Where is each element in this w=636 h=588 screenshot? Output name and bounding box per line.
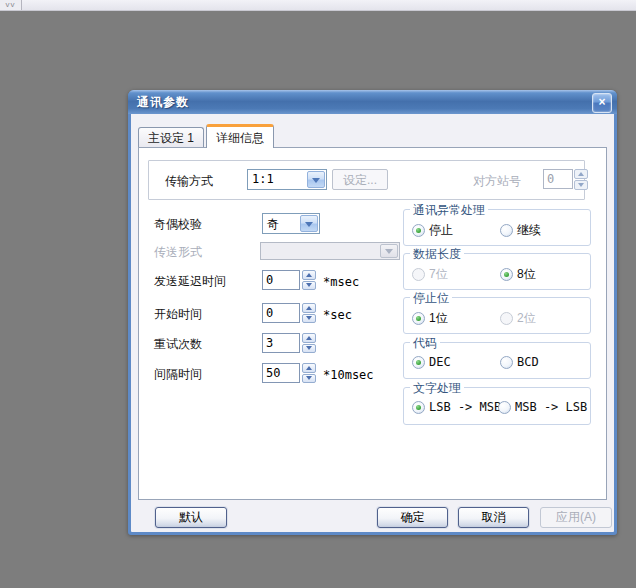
radio-icon[interactable] <box>412 312 425 325</box>
code-legend: 代码 <box>410 335 440 352</box>
transfer-format-combo <box>260 242 400 260</box>
apply-button: 应用(A) <box>540 507 612 528</box>
spin-down-icon <box>574 180 588 190</box>
spin-down-icon[interactable] <box>302 281 316 291</box>
spin-up-icon <box>574 169 588 179</box>
radio-icon[interactable] <box>500 356 513 369</box>
comm-exception-legend: 通讯异常处理 <box>410 202 488 219</box>
stop-bits-legend: 停止位 <box>410 290 452 307</box>
communication-parameters-dialog: 通讯参数 × 主设定 1 详细信息 传输方式 1:1 设定... 对方站号 <box>128 90 617 535</box>
radio-icon[interactable] <box>412 356 425 369</box>
radio-lsb-msb[interactable]: LSB -> MSB <box>412 400 501 414</box>
radio-continue[interactable]: 继续 <box>500 222 541 239</box>
radio-icon[interactable] <box>500 268 513 281</box>
interval-time-input[interactable] <box>262 363 300 383</box>
spin-down-icon[interactable] <box>302 374 316 384</box>
dialog-body: 主设定 1 详细信息 传输方式 1:1 设定... 对方站号 奇偶校验 <box>131 114 614 532</box>
radio-7bit: 7位 <box>412 266 448 283</box>
start-time-label: 开始时间 <box>154 306 202 323</box>
station-number-spinner <box>574 169 588 190</box>
text-processing-group: 文字处理 LSB -> MSB MSB -> LSB <box>403 387 591 425</box>
dialog-title: 通讯参数 <box>128 94 189 111</box>
spin-down-icon[interactable] <box>302 314 316 324</box>
spin-down-icon[interactable] <box>302 344 316 354</box>
interval-time-spinner[interactable] <box>302 363 316 383</box>
data-length-group: 数据长度 7位 8位 <box>403 253 591 290</box>
radio-2bit: 2位 <box>500 310 536 327</box>
tab-bar: 主设定 1 详细信息 <box>138 123 274 147</box>
code-group: 代码 DEC BCD <box>403 342 591 379</box>
radio-icon[interactable] <box>412 224 425 237</box>
station-number-label: 对方站号 <box>473 173 521 190</box>
chevron-down-icon <box>380 244 398 258</box>
grip-icon: vv <box>6 0 16 9</box>
radio-icon[interactable] <box>500 224 513 237</box>
send-delay-spinner[interactable] <box>302 270 316 290</box>
retry-count-input[interactable] <box>262 333 300 353</box>
transmission-mode-label: 传输方式 <box>165 173 213 190</box>
chevron-down-icon[interactable] <box>307 171 325 188</box>
close-button[interactable]: × <box>592 93 612 113</box>
radio-icon <box>412 268 425 281</box>
spin-up-icon[interactable] <box>302 363 316 373</box>
radio-msb-lsb[interactable]: MSB -> LSB <box>498 400 587 414</box>
transmission-mode-combo[interactable]: 1:1 <box>247 169 327 190</box>
interval-time-unit: *10msec <box>323 368 374 382</box>
chevron-down-icon[interactable] <box>300 215 318 232</box>
transmission-mode-value: 1:1 <box>248 170 306 189</box>
radio-icon[interactable] <box>412 401 425 414</box>
data-length-legend: 数据长度 <box>410 246 464 263</box>
radio-icon <box>500 312 513 325</box>
radio-stop[interactable]: 停止 <box>412 222 453 239</box>
radio-8bit[interactable]: 8位 <box>500 266 536 283</box>
start-time-input[interactable] <box>262 303 300 323</box>
dialog-titlebar[interactable]: 通讯参数 × <box>128 90 617 114</box>
interval-time-label: 间隔时间 <box>154 366 202 383</box>
parity-combo[interactable]: 奇 <box>262 213 320 234</box>
radio-bcd[interactable]: BCD <box>500 355 539 369</box>
spin-up-icon[interactable] <box>302 303 316 313</box>
retry-count-spinner[interactable] <box>302 333 316 353</box>
toolbar-strip: vv <box>0 0 636 11</box>
send-delay-unit: *msec <box>323 275 359 289</box>
parity-value: 奇 <box>263 214 299 233</box>
start-time-spinner[interactable] <box>302 303 316 323</box>
cancel-button[interactable]: 取消 <box>458 507 529 528</box>
settings-button: 设定... <box>332 169 388 190</box>
send-delay-input[interactable] <box>262 270 300 290</box>
station-number-input <box>543 169 573 189</box>
radio-dec[interactable]: DEC <box>412 355 451 369</box>
tab-main-settings[interactable]: 主设定 1 <box>138 127 204 147</box>
transfer-format-value <box>261 243 379 259</box>
spin-up-icon[interactable] <box>302 333 316 343</box>
transfer-format-label: 传送形式 <box>154 244 202 261</box>
text-processing-legend: 文字处理 <box>410 380 464 397</box>
radio-icon[interactable] <box>498 401 511 414</box>
stop-bits-group: 停止位 1位 2位 <box>403 297 591 334</box>
comm-exception-group: 通讯异常处理 停止 继续 <box>403 209 591 246</box>
retry-count-label: 重试次数 <box>154 336 202 353</box>
radio-1bit[interactable]: 1位 <box>412 310 448 327</box>
spin-up-icon[interactable] <box>302 270 316 280</box>
close-icon: × <box>598 95 605 109</box>
parity-label: 奇偶校验 <box>154 216 202 233</box>
transmission-group: 传输方式 1:1 设定... 对方站号 <box>148 160 585 200</box>
default-button[interactable]: 默认 <box>155 507 227 528</box>
start-time-unit: *sec <box>323 308 352 322</box>
tab-details[interactable]: 详细信息 <box>206 124 274 148</box>
details-tab-page: 传输方式 1:1 设定... 对方站号 奇偶校验 奇 传送形 <box>138 147 607 500</box>
ok-button[interactable]: 确定 <box>377 507 448 528</box>
send-delay-label: 发送延迟时间 <box>154 273 226 290</box>
toolbar-grip[interactable]: vv <box>0 0 22 10</box>
